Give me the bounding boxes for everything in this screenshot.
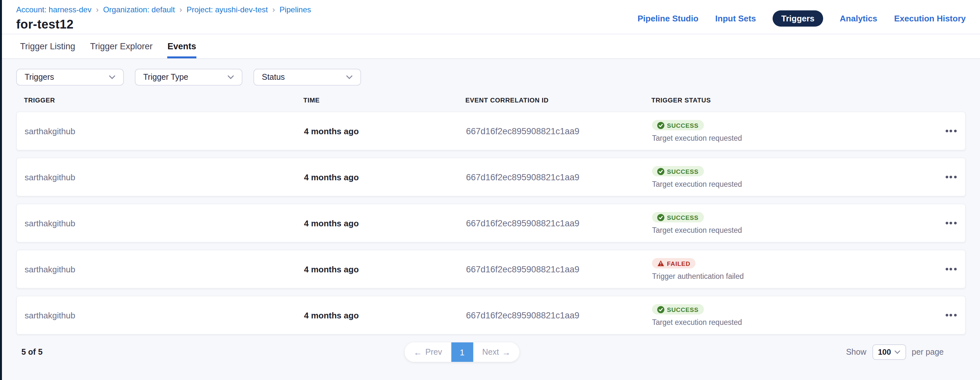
column-header-time: TIME: [303, 97, 465, 104]
status-badge: SUCCESS: [652, 212, 703, 222]
status-label: SUCCESS: [667, 306, 698, 313]
events-table: sarthakgithub 4 months ago 667d16f2ec895…: [16, 112, 966, 335]
row-menu-button[interactable]: [937, 112, 965, 150]
status-message: Target execution requested: [652, 226, 742, 234]
status-message: Target execution requested: [652, 180, 742, 188]
triggers-filter-dropdown[interactable]: Triggers: [16, 69, 124, 86]
status-message: Target execution requested: [652, 318, 742, 326]
page-header: Account: harness-dev › Organization: def…: [2, 0, 980, 34]
nav-analytics[interactable]: Analytics: [840, 14, 877, 23]
dropdown-label: Triggers: [25, 73, 54, 82]
row-menu-button[interactable]: [937, 158, 965, 196]
event-time: 4 months ago: [304, 264, 466, 274]
trigger-type-filter-dropdown[interactable]: Trigger Type: [135, 69, 242, 86]
trigger-name: sarthakgithub: [25, 126, 304, 136]
table-row: sarthakgithub 4 months ago 667d16f2ec895…: [16, 112, 966, 150]
column-header-event-correlation-id: EVENT CORRELATION ID: [465, 97, 651, 104]
event-time: 4 months ago: [304, 218, 466, 228]
page-size-control: Show 100 per page: [846, 344, 944, 360]
event-time: 4 months ago: [304, 126, 466, 136]
row-menu-button[interactable]: [937, 204, 965, 242]
trigger-status-cell: SUCCESS Target execution requested: [652, 120, 937, 142]
nav-input-sets[interactable]: Input Sets: [715, 14, 756, 23]
page: Account: harness-dev › Organization: def…: [0, 0, 980, 380]
event-time: 4 months ago: [304, 310, 466, 320]
status-badge: FAILED: [652, 258, 695, 268]
filters-row: Triggers Trigger Type Status: [16, 69, 966, 86]
status-badge: SUCCESS: [652, 304, 703, 315]
nav-triggers[interactable]: Triggers: [773, 10, 823, 27]
prev-label: Prev: [425, 348, 442, 357]
tab-bar: Trigger Listing Trigger Explorer Events: [2, 34, 980, 59]
dropdown-label: Status: [262, 73, 285, 82]
breadcrumb-account[interactable]: Account: harness-dev: [16, 5, 91, 14]
table-row: sarthakgithub 4 months ago 667d16f2ec895…: [16, 204, 966, 243]
page-size-select[interactable]: 100: [872, 344, 906, 360]
events-content: Triggers Trigger Type Status TRIGGER TIM…: [2, 59, 980, 362]
status-badge: SUCCESS: [652, 166, 703, 176]
tab-events[interactable]: Events: [167, 34, 196, 58]
collapsed-sidebar-edge: [0, 0, 2, 380]
table-row: sarthakgithub 4 months ago 667d16f2ec895…: [16, 250, 966, 289]
nav-execution-history[interactable]: Execution History: [894, 14, 966, 23]
row-menu-button[interactable]: [937, 250, 965, 288]
arrow-right-icon: →: [502, 347, 511, 357]
status-message: Trigger authentication failed: [652, 272, 744, 280]
trigger-status-cell: SUCCESS Target execution requested: [652, 304, 937, 326]
event-correlation-id: 667d16f2ec895908821c1aa9: [466, 218, 652, 228]
arrow-left-icon: ←: [414, 347, 422, 357]
chevron-down-icon: [109, 75, 115, 79]
results-range-label: 5 of 5: [21, 348, 43, 357]
nav-pipeline-studio[interactable]: Pipeline Studio: [638, 14, 698, 23]
next-label: Next: [482, 348, 499, 357]
trigger-status-cell: SUCCESS Target execution requested: [652, 166, 937, 188]
pager: ← Prev 1 Next →: [405, 342, 520, 362]
breadcrumb-organization[interactable]: Organization: default: [103, 5, 175, 14]
event-correlation-id: 667d16f2ec895908821c1aa9: [466, 172, 652, 182]
per-page-label: per page: [912, 348, 944, 357]
status-message: Target execution requested: [652, 134, 742, 142]
breadcrumb-pipelines[interactable]: Pipelines: [279, 5, 311, 14]
tab-trigger-listing[interactable]: Trigger Listing: [20, 34, 75, 58]
trigger-name: sarthakgithub: [25, 172, 304, 182]
row-menu-button[interactable]: [937, 296, 965, 334]
trigger-name: sarthakgithub: [25, 264, 304, 274]
next-page-button[interactable]: Next →: [473, 342, 520, 362]
breadcrumb-project[interactable]: Project: ayushi-dev-test: [187, 5, 268, 14]
pagination-bar: 5 of 5 ← Prev 1 Next → Show 100 per pa: [16, 342, 966, 362]
status-filter-dropdown[interactable]: Status: [253, 69, 361, 86]
warning-triangle-icon: [657, 260, 664, 267]
breadcrumb-separator-icon: ›: [180, 5, 182, 14]
status-label: FAILED: [667, 260, 690, 267]
table-row: sarthakgithub 4 months ago 667d16f2ec895…: [16, 296, 966, 335]
show-label: Show: [846, 348, 867, 357]
chevron-down-icon: [894, 350, 900, 354]
chevron-down-icon: [346, 75, 353, 79]
breadcrumb-separator-icon: ›: [96, 5, 99, 14]
column-header-trigger-status: TRIGGER STATUS: [651, 97, 937, 104]
status-badge: SUCCESS: [652, 120, 703, 130]
chevron-down-icon: [228, 75, 234, 79]
tab-trigger-explorer[interactable]: Trigger Explorer: [90, 34, 153, 58]
table-row: sarthakgithub 4 months ago 667d16f2ec895…: [16, 158, 966, 196]
event-correlation-id: 667d16f2ec895908821c1aa9: [466, 126, 652, 136]
breadcrumb-separator-icon: ›: [272, 5, 275, 14]
column-header-trigger: TRIGGER: [24, 97, 303, 104]
trigger-name: sarthakgithub: [25, 310, 304, 320]
status-label: SUCCESS: [667, 168, 698, 175]
check-circle-icon: [657, 306, 664, 313]
trigger-status-cell: FAILED Trigger authentication failed: [652, 258, 937, 280]
dropdown-label: Trigger Type: [143, 73, 188, 82]
event-correlation-id: 667d16f2ec895908821c1aa9: [466, 310, 652, 320]
status-label: SUCCESS: [667, 214, 698, 221]
page-size-value: 100: [878, 348, 891, 357]
check-circle-icon: [657, 121, 664, 129]
event-time: 4 months ago: [304, 172, 466, 182]
pipeline-nav: Pipeline Studio Input Sets Triggers Anal…: [638, 10, 966, 27]
prev-page-button[interactable]: ← Prev: [405, 342, 451, 362]
table-header: TRIGGER TIME EVENT CORRELATION ID TRIGGE…: [16, 97, 966, 104]
page-number-button[interactable]: 1: [451, 342, 473, 362]
check-circle-icon: [657, 214, 664, 221]
check-circle-icon: [657, 168, 664, 175]
trigger-name: sarthakgithub: [25, 218, 304, 228]
